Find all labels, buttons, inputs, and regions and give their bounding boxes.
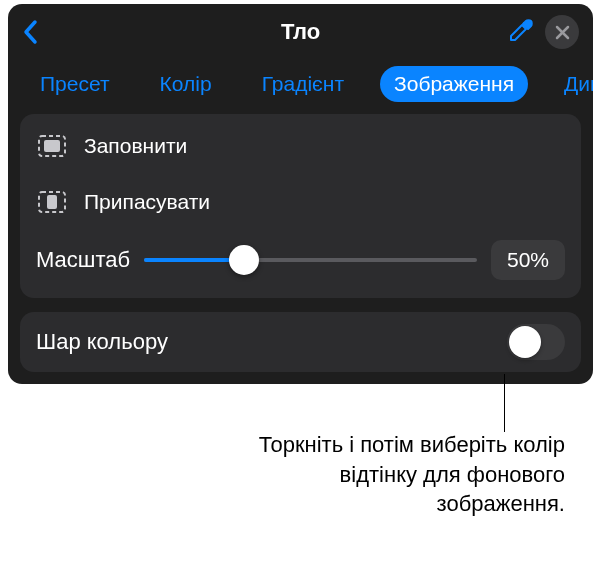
scale-slider[interactable] xyxy=(144,246,477,274)
color-layer-row: Шар кольору xyxy=(20,312,581,372)
tab-dynamic[interactable]: Динамі xyxy=(550,66,593,102)
callout-text: Торкніть і потім виберіть колір відтінку… xyxy=(225,430,565,519)
page-title: Тло xyxy=(102,19,499,45)
close-button[interactable] xyxy=(545,15,579,49)
svg-rect-5 xyxy=(47,195,57,209)
tab-color[interactable]: Колір xyxy=(146,66,226,102)
close-icon xyxy=(555,25,570,40)
eyedropper-icon xyxy=(507,16,535,44)
scale-label: Масштаб xyxy=(36,247,130,273)
option-fill[interactable]: Заповнити xyxy=(20,118,581,174)
back-button[interactable] xyxy=(22,19,40,45)
scale-row: Масштаб 50% xyxy=(20,230,581,294)
background-settings-panel: Тло Пресет Колір Градієнт Зображення Дин… xyxy=(8,4,593,384)
svg-rect-3 xyxy=(44,140,60,152)
color-layer-label: Шар кольору xyxy=(36,329,507,355)
tab-image[interactable]: Зображення xyxy=(380,66,528,102)
color-layer-toggle[interactable] xyxy=(507,324,565,360)
titlebar: Тло xyxy=(8,4,593,60)
fill-mode-icon xyxy=(36,130,68,162)
option-fit-label: Припасувати xyxy=(84,190,565,214)
eyedropper-button[interactable] xyxy=(507,16,535,48)
slider-thumb[interactable] xyxy=(229,245,259,275)
tab-gradient[interactable]: Градієнт xyxy=(248,66,358,102)
fit-mode-icon xyxy=(36,186,68,218)
fill-type-tabs: Пресет Колір Градієнт Зображення Динамі xyxy=(8,60,593,114)
scale-value[interactable]: 50% xyxy=(491,240,565,280)
chevron-left-icon xyxy=(22,19,40,45)
callout-leader-line xyxy=(504,374,505,432)
tab-preset[interactable]: Пресет xyxy=(26,66,124,102)
option-fill-label: Заповнити xyxy=(84,134,565,158)
option-fit[interactable]: Припасувати xyxy=(20,174,581,230)
switch-knob xyxy=(509,326,541,358)
image-fill-options: Заповнити Припасувати Масштаб 50% xyxy=(20,114,581,298)
